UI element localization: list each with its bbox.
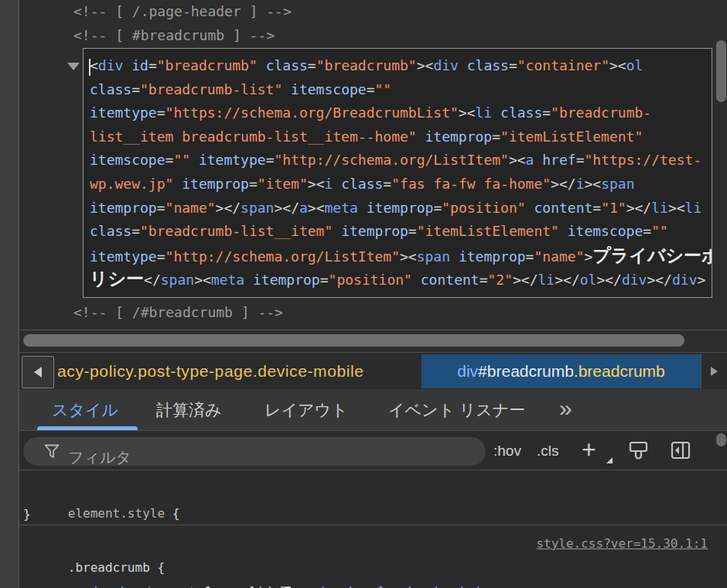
- pseudo-state-toggle[interactable]: :hov: [493, 431, 521, 470]
- code-line: リシー</span><meta itemprop="position" cont…: [90, 267, 712, 291]
- vertical-scrollbar-elements[interactable]: [716, 40, 726, 102]
- devtools-window: <!-- [ /.page-header ] --> <!-- [ #bread…: [0, 0, 727, 588]
- html-comment-breadcrumb-close[interactable]: <!-- [ /#breadcrumb ] -->: [73, 303, 283, 322]
- tab-event-listeners[interactable]: イベント リスナー: [388, 389, 525, 430]
- element-style-close: }: [23, 502, 31, 526]
- forward-arrow-icon: [711, 367, 718, 376]
- stylesheet-source-link[interactable]: style.css?ver=15.30.1:1: [536, 532, 708, 556]
- more-tabs-icon[interactable]: »: [559, 388, 572, 429]
- new-style-rule-button[interactable]: +: [582, 431, 596, 470]
- html-comment-page-header[interactable]: <!-- [ /.page-header ] -->: [73, 2, 292, 21]
- vertical-scrollbar-styles[interactable]: [716, 433, 726, 446]
- sidebar-tabs: スタイル 計算済み レイアウト イベント リスナー »: [19, 389, 727, 431]
- crumb-classes: .breadcrumb: [574, 362, 665, 381]
- window-edge-strip: [0, 0, 19, 588]
- code-line: class="breadcrumb-list__item" itemprop="…: [90, 220, 712, 244]
- dock-panel-icon[interactable]: [670, 440, 691, 460]
- tab-styles[interactable]: スタイル: [52, 389, 118, 430]
- tree-expander-triangle-icon[interactable]: [67, 63, 80, 70]
- code-line: <div id="breadcrumb" class="breadcrumb">…: [90, 54, 712, 78]
- html-comment-breadcrumb-open[interactable]: <!-- [ #breadcrumb ] -->: [73, 26, 275, 45]
- crumb-id: #breadcrumb: [478, 362, 574, 381]
- back-arrow-icon: [34, 367, 42, 378]
- styles-toolbar: :hov .cls +: [19, 431, 727, 470]
- crumb-tag: div: [457, 362, 478, 381]
- crumb-back-button[interactable]: [22, 356, 54, 388]
- panel-divider: [21, 330, 727, 330]
- inline-html-edit-box[interactable]: <div id="breadcrumb" class="breadcrumb">…: [83, 48, 712, 298]
- code-line: class="breadcrumb-list" itemscope="": [90, 78, 712, 102]
- breadcrumb-rule-selector[interactable]: .breadcrumb {: [23, 532, 165, 556]
- dropdown-corner-icon: [606, 457, 613, 463]
- element-style-selector: element.style: [68, 506, 165, 521]
- code-line: itemtype="https://schema.org/BreadcrumbL…: [90, 101, 712, 125]
- code-line: list__item breadcrumb-list__item--home" …: [90, 125, 712, 149]
- code-line: itemtype="http://schema.org/ListItem"><s…: [90, 244, 712, 268]
- text-caret: [89, 59, 90, 76]
- code-line: wp.wew.jp" itemprop="item"><i class="fas…: [90, 173, 712, 197]
- rule-divider: [19, 525, 727, 525]
- crumb-previous-element[interactable]: acy-policy.post-type-page.device-mobile: [57, 353, 364, 390]
- tab-computed[interactable]: 計算済み: [156, 389, 222, 430]
- element-path-bar: acy-policy.post-type-page.device-mobile …: [19, 352, 727, 389]
- css-property-border-bottom[interactable]: border-bottom: 1px solidvar(--vk-color-b…: [49, 579, 512, 588]
- class-toggle[interactable]: .cls: [537, 431, 559, 470]
- code-line: itemprop="name"></span></a><meta itempro…: [90, 197, 712, 220]
- tab-layout[interactable]: レイアウト: [265, 389, 347, 430]
- active-tab-underline: [37, 426, 138, 430]
- filter-field[interactable]: [23, 437, 486, 466]
- element-style-rule[interactable]: element.style {: [23, 477, 179, 501]
- crumb-forward-button[interactable]: [701, 353, 727, 390]
- paint-brush-icon[interactable]: [627, 439, 650, 463]
- horizontal-scrollbar[interactable]: [23, 334, 684, 347]
- filter-funnel-icon: [44, 444, 60, 459]
- crumb-selected-element[interactable]: div#breadcrumb.breadcrumb: [422, 354, 701, 388]
- code-line: itemscope="" itemtype="http://schema.org…: [90, 149, 712, 173]
- css-property-border-top[interactable]: border-top: 1px solidvar(--vk-color-bord…: [49, 556, 490, 579]
- styles-pane: element.style { } style.css?ver=15.30.1:…: [19, 470, 727, 588]
- filter-input[interactable]: [68, 443, 300, 472]
